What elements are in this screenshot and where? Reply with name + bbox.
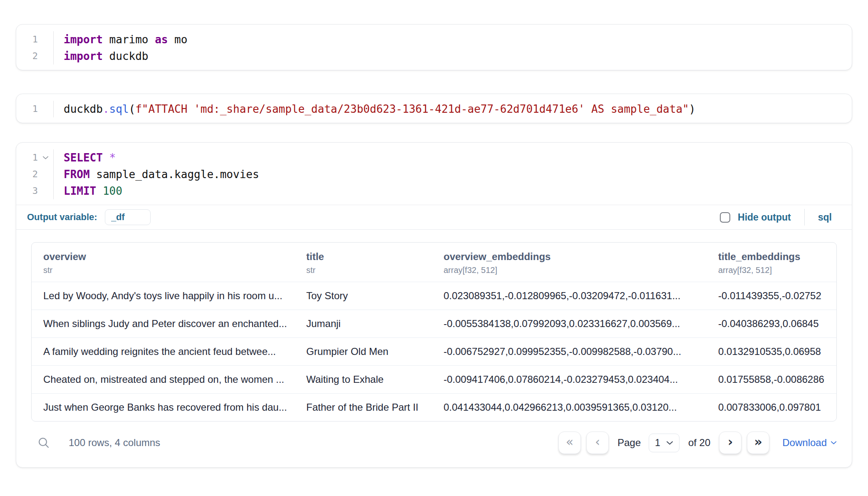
column-name: title_embeddings — [718, 251, 831, 263]
code-token: 100 — [103, 185, 122, 197]
code-cell-sql: 1SELECT *2FROM sample_data.kaggle.movies… — [16, 142, 852, 468]
code-token: . — [103, 103, 109, 115]
table-cell: Toy Story — [306, 282, 444, 310]
code-token: marimo — [103, 33, 155, 46]
line-number: 2 — [16, 48, 38, 64]
pagination: « ‹ Page 1 of 20 › — [558, 432, 837, 454]
download-button[interactable]: Download — [782, 437, 837, 449]
table-cell: -0.040386293,0.06845 — [718, 310, 836, 337]
code-text: FROM sample_data.kaggle.movies — [54, 166, 259, 183]
code-token: f"ATTACH 'md:_share/sample_data/23b0d623… — [135, 103, 689, 115]
code-cell-imports: 1import marimo as mo2import duckdb — [16, 24, 852, 70]
last-page-icon: » — [754, 436, 762, 448]
page-total-label: of 20 — [688, 437, 710, 449]
fold-spacer — [38, 166, 53, 183]
code-token: sample_data.kaggle.movies — [90, 168, 259, 181]
code-editor[interactable]: 1duckdb.sql(f"ATTACH 'md:_share/sample_d… — [16, 94, 852, 123]
column-header-overview[interactable]: overviewstr — [32, 243, 306, 282]
table-row: Led by Woody, Andy's toys live happily i… — [32, 282, 836, 310]
previous-page-button[interactable]: ‹ — [586, 432, 609, 454]
data-table: overviewstrtitlestroverview_embeddingsar… — [31, 242, 837, 422]
column-header-overview_embeddings[interactable]: overview_embeddingsarray[f32, 512] — [444, 243, 718, 282]
next-page-icon: › — [728, 436, 733, 448]
first-page-icon: « — [566, 436, 573, 448]
line-gutter: 2 — [16, 166, 54, 183]
code-editor[interactable]: 1import marimo as mo2import duckdb — [16, 25, 852, 70]
table-cell: Grumpier Old Men — [306, 338, 444, 365]
page-select-value: 1 — [655, 437, 660, 449]
line-gutter: 3 — [16, 183, 54, 199]
table-cell: Just when George Banks has recovered fro… — [32, 394, 306, 421]
column-header-title[interactable]: titlestr — [306, 243, 444, 282]
code-token: mo — [168, 33, 187, 46]
table-cell: -0.009417406,0.07860214,-0.023279453,0.0… — [444, 366, 718, 393]
fold-spacer — [38, 31, 53, 48]
code-token: ) — [689, 103, 696, 115]
column-name: overview — [43, 251, 300, 263]
table-footer: 100 rows, 4 columns « ‹ Page 1 — [31, 431, 837, 455]
cell-output: overviewstrtitlestroverview_embeddingsar… — [16, 230, 852, 467]
table-cell: Jumanji — [306, 310, 444, 337]
code-text: SELECT * — [54, 149, 116, 166]
column-name: title — [306, 251, 438, 263]
table-cell: 0.01755858,-0.0086286 — [718, 366, 836, 393]
first-page-button[interactable]: « — [558, 432, 581, 454]
table-footer-left: 100 rows, 4 columns — [31, 436, 160, 449]
table-header-row: overviewstrtitlestroverview_embeddingsar… — [32, 243, 836, 282]
code-text: import marimo as mo — [54, 31, 187, 48]
output-variable-input[interactable] — [105, 209, 151, 225]
code-token: import — [64, 33, 103, 46]
chevron-down-icon — [831, 441, 837, 445]
code-token: SELECT — [64, 151, 103, 164]
line-number: 1 — [16, 149, 38, 166]
output-options-group: Hide output sql — [720, 209, 841, 226]
code-line: 2import duckdb — [16, 48, 852, 64]
table-row: Just when George Banks has recovered fro… — [32, 393, 836, 421]
column-type: array[f32, 512] — [444, 265, 712, 275]
column-type: str — [43, 265, 300, 275]
table-cell: 0.007833006,0.097801 — [718, 394, 836, 421]
notebook: 1import marimo as mo2import duckdb 1duck… — [0, 0, 868, 468]
code-token: import — [64, 50, 103, 62]
table-body: Led by Woody, Andy's toys live happily i… — [32, 282, 836, 421]
hide-output-checkbox[interactable] — [720, 212, 730, 223]
table-row: Cheated on, mistreated and stepped on, t… — [32, 365, 836, 393]
column-name: overview_embeddings — [444, 251, 712, 263]
column-header-title_embeddings[interactable]: title_embeddingsarray[f32, 512] — [718, 243, 836, 282]
fold-spacer — [38, 48, 53, 64]
code-token: * — [109, 151, 116, 164]
cell-language-badge: sql — [818, 212, 832, 223]
line-gutter: 1 — [16, 149, 54, 166]
previous-page-icon: ‹ — [595, 436, 600, 448]
search-icon[interactable] — [37, 436, 50, 449]
code-line: 1import marimo as mo — [16, 31, 852, 48]
table-cell: 0.041433044,0.042966213,0.0039591365,0.0… — [444, 394, 718, 421]
code-token: ( — [129, 103, 136, 115]
line-number: 3 — [16, 183, 38, 199]
last-page-button[interactable]: » — [747, 432, 769, 454]
code-editor[interactable]: 1SELECT *2FROM sample_data.kaggle.movies… — [16, 143, 852, 205]
hide-output-label[interactable]: Hide output — [738, 212, 791, 223]
chevron-down-icon — [666, 441, 673, 445]
page-select[interactable]: 1 — [649, 434, 680, 452]
line-gutter: 2 — [16, 48, 54, 64]
table-cell: A family wedding reignites the ancient f… — [32, 338, 306, 365]
code-token: LIMIT — [64, 185, 96, 197]
table-cell: -0.006752927,0.099952355,-0.009982588,-0… — [444, 338, 718, 365]
output-variable-bar: Output variable: Hide output sql — [16, 205, 852, 229]
line-gutter: 1 — [16, 101, 54, 117]
code-line: 1duckdb.sql(f"ATTACH 'md:_share/sample_d… — [16, 101, 852, 117]
code-token — [103, 151, 109, 164]
column-type: array[f32, 512] — [718, 265, 831, 275]
fold-chevron-icon[interactable] — [38, 149, 53, 166]
line-number: 1 — [16, 31, 38, 48]
column-type: str — [306, 265, 438, 275]
next-page-button[interactable]: › — [719, 432, 742, 454]
table-row: A family wedding reignites the ancient f… — [32, 337, 836, 365]
line-number: 2 — [16, 166, 38, 183]
download-label: Download — [782, 437, 827, 449]
table-cell: 0.023089351,-0.012809965,-0.03209472,-0.… — [444, 282, 718, 310]
line-number: 1 — [16, 101, 38, 117]
table-cell: Cheated on, mistreated and stepped on, t… — [32, 366, 306, 393]
code-token: as — [155, 33, 168, 46]
